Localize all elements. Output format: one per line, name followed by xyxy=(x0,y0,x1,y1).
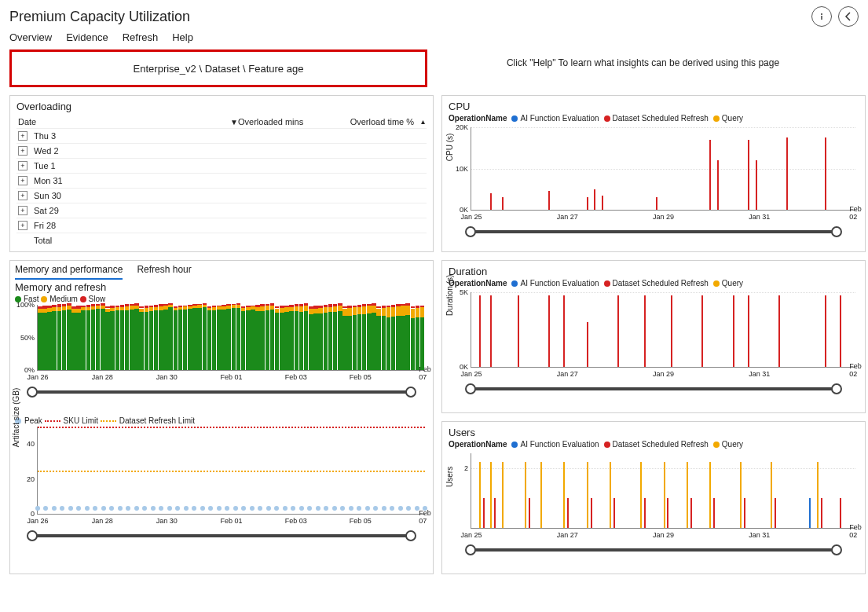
breadcrumb: Enterprise_v2 \ Dataset \ Feature age xyxy=(9,49,427,87)
expand-icon[interactable]: + xyxy=(18,176,27,185)
back-icon[interactable] xyxy=(838,6,859,27)
duration-range-slider[interactable] xyxy=(471,385,837,393)
overloading-row[interactable]: +Thu 3 xyxy=(16,128,427,143)
slider-thumb-right[interactable] xyxy=(831,226,842,237)
memory-subtitle: Memory and refresh xyxy=(10,280,433,295)
slider-thumb-right[interactable] xyxy=(405,387,416,398)
page-title: Premium Capacity Utilization xyxy=(9,9,190,25)
sort-caret-icon[interactable]: ▼ xyxy=(230,118,238,126)
cpu-plot: 0K10K20KJan 25Jan 27Jan 29Jan 31Feb 02 xyxy=(471,127,855,211)
cpu-title: CPU xyxy=(449,101,859,112)
menu-refresh[interactable]: Refresh xyxy=(123,31,159,43)
row-date-label: Mon 31 xyxy=(34,176,63,185)
expand-icon[interactable]: + xyxy=(18,191,27,200)
overloading-row[interactable]: +Mon 31 xyxy=(16,173,427,188)
row-date-label: Tue 1 xyxy=(34,161,56,170)
expand-icon[interactable]: + xyxy=(18,161,27,170)
users-range-slider[interactable] xyxy=(471,546,837,554)
slider-thumb-right[interactable] xyxy=(831,383,842,394)
duration-plot: 0K5KJan 25Jan 27Jan 29Jan 31Feb 02 xyxy=(471,292,855,368)
sort-asc-icon[interactable]: ▴ xyxy=(421,117,425,126)
row-date-label: Wed 2 xyxy=(34,146,59,156)
users-legend: OperationNameAI Function EvaluationDatas… xyxy=(449,440,859,449)
artifact-legend: Peak SKU Limit Dataset Refresh Limit xyxy=(10,416,433,427)
memory-panel: Memory and performance Refresh hour Memo… xyxy=(9,260,434,574)
overloading-row[interactable]: +Wed 2 xyxy=(16,143,427,158)
col-pct-label[interactable]: Overload time % xyxy=(350,117,414,126)
tab-refresh-hour[interactable]: Refresh hour xyxy=(137,264,191,280)
cpu-panel: CPU OperationNameAI Function EvaluationD… xyxy=(441,95,866,252)
row-date-label: Sat 29 xyxy=(34,206,59,215)
menu-evidence[interactable]: Evidence xyxy=(66,31,108,43)
row-date-label: Sun 30 xyxy=(34,191,61,200)
overloading-row[interactable]: +Sat 29 xyxy=(16,203,427,218)
help-hint: Click "Help" To learn what insights can … xyxy=(427,49,859,68)
artifact-plot: 02040Jan 26Jan 28Jan 30Feb 01Feb 03Feb 0… xyxy=(37,427,425,515)
overloading-title: Overloading xyxy=(16,101,427,112)
cpu-legend: OperationNameAI Function EvaluationDatas… xyxy=(449,114,859,123)
slider-thumb-left[interactable] xyxy=(27,387,38,398)
slider-thumb-left[interactable] xyxy=(465,383,476,394)
slider-thumb-left[interactable] xyxy=(465,226,476,237)
row-date-label: Total xyxy=(34,236,52,245)
expand-icon[interactable]: + xyxy=(18,206,27,215)
artifact-ylabel: Artifact size (GB) xyxy=(12,388,20,448)
expand-icon[interactable]: + xyxy=(18,146,27,156)
memory-range-slider[interactable] xyxy=(32,388,411,396)
row-date-label: Fri 28 xyxy=(34,221,56,230)
slider-thumb-right[interactable] xyxy=(831,544,842,555)
expand-icon[interactable]: + xyxy=(18,131,27,141)
memory-plot: 0%50%100%Jan 26Jan 28Jan 30Feb 01Feb 03F… xyxy=(37,305,425,371)
col-date-label[interactable]: Date xyxy=(18,117,36,126)
row-date-label: Thu 3 xyxy=(34,131,56,141)
users-panel: Users OperationNameAI Function Evaluatio… xyxy=(441,421,866,574)
info-icon[interactable] xyxy=(811,6,832,27)
cpu-ylabel: CPU (s) xyxy=(445,134,454,162)
svg-rect-1 xyxy=(821,16,822,20)
users-plot: 2Jan 25Jan 27Jan 29Jan 31Feb 02 xyxy=(471,453,855,529)
slider-thumb-left[interactable] xyxy=(27,530,38,541)
duration-title: Duration xyxy=(449,266,859,277)
duration-legend: OperationNameAI Function EvaluationDatas… xyxy=(449,279,859,288)
overloading-panel: Overloading Date ▼ Overloaded mins Overl… xyxy=(9,95,434,252)
svg-point-0 xyxy=(821,13,822,15)
duration-panel: Duration OperationNameAI Function Evalua… xyxy=(441,260,866,413)
overloading-row[interactable]: +Fri 28 xyxy=(16,218,427,233)
overloading-row[interactable]: +Sun 30 xyxy=(16,188,427,203)
menu-help[interactable]: Help xyxy=(172,31,193,43)
cpu-range-slider[interactable] xyxy=(471,228,837,236)
tab-memory-performance[interactable]: Memory and performance xyxy=(15,264,123,280)
artifact-range-slider[interactable] xyxy=(32,532,411,540)
slider-thumb-left[interactable] xyxy=(465,544,476,555)
menubar: Overview Evidence Refresh Help xyxy=(9,31,859,43)
menu-overview[interactable]: Overview xyxy=(9,31,52,43)
col-mins-label[interactable]: Overloaded mins xyxy=(238,117,332,126)
slider-thumb-right[interactable] xyxy=(405,530,416,541)
expand-icon[interactable]: + xyxy=(18,221,27,230)
overloading-row[interactable]: Total xyxy=(16,233,427,247)
users-title: Users xyxy=(449,427,859,438)
overloading-row[interactable]: +Tue 1 xyxy=(16,158,427,173)
